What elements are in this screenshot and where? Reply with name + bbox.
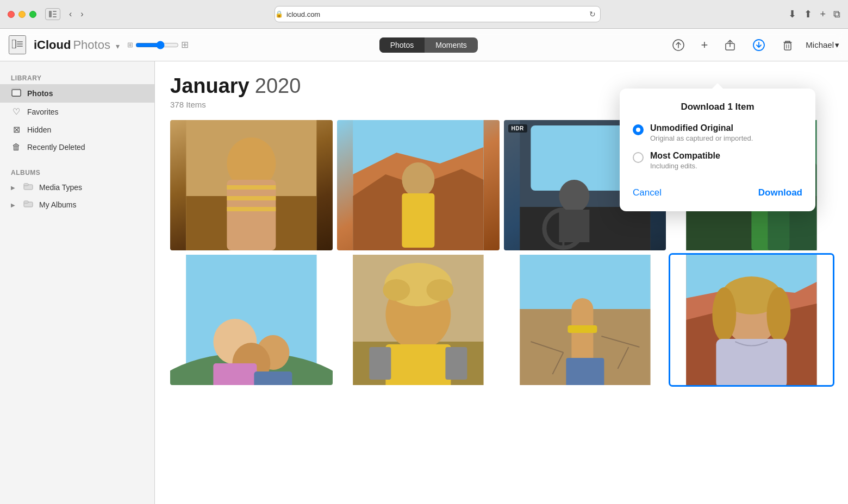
hidden-icon: ⊠: [11, 124, 22, 135]
favorites-label: Favorites: [27, 108, 59, 116]
sidebar-toggle-toolbar-button[interactable]: [9, 35, 26, 54]
photo-2-visual: [337, 120, 500, 250]
svg-rect-26: [227, 196, 276, 200]
svg-rect-65: [445, 347, 467, 380]
user-menu[interactable]: Michael ▾: [806, 40, 839, 50]
folder-icon-2: [23, 200, 33, 207]
download-confirm-button[interactable]: Download: [758, 187, 802, 198]
title-bar: ‹ › 🔒 icloud.com ↻ ⬇ ⬆ + ⧉: [0, 0, 848, 28]
option-compatible[interactable]: Most Compatible Including edits.: [633, 151, 802, 170]
svg-rect-20: [24, 201, 28, 203]
content-year: 2020: [255, 74, 301, 98]
svg-point-82: [713, 287, 737, 342]
browser-actions: ⬇ ⬆ + ⧉: [788, 8, 840, 20]
download-toolbar-button[interactable]: [748, 36, 770, 54]
app-toolbar: iCloudPhotos ▾ ⊞ ⊞ Photos Moments +: [0, 29, 848, 61]
tabs-button[interactable]: ⧉: [833, 9, 840, 20]
photo-6-visual: [337, 255, 500, 385]
hidden-label: Hidden: [27, 125, 51, 134]
photo-cell-2[interactable]: [337, 120, 500, 250]
sidebar-item-photos[interactable]: Photos: [0, 84, 154, 103]
close-button[interactable]: [8, 11, 15, 18]
maximize-button[interactable]: [29, 11, 36, 18]
photo-cell-5[interactable]: [170, 255, 333, 385]
sidebar-toggle-button[interactable]: [45, 8, 60, 20]
view-segment-control: Photos Moments: [379, 37, 478, 53]
radio-unmodified[interactable]: [633, 124, 644, 135]
upload-button[interactable]: [668, 37, 689, 53]
download-browser-button[interactable]: ⬇: [788, 8, 796, 20]
photo-cell-8[interactable]: [670, 255, 833, 385]
radio-compatible[interactable]: [633, 152, 644, 163]
svg-rect-25: [227, 185, 276, 190]
svg-rect-24: [227, 180, 276, 250]
nav-arrows: ‹ ›: [66, 8, 87, 20]
forward-button[interactable]: ›: [77, 8, 86, 20]
sidebar-item-favorites[interactable]: ♡ Favorites: [0, 103, 154, 121]
sidebar-item-my-albums[interactable]: ▶ My Albums: [0, 196, 154, 213]
media-types-label: Media Types: [39, 183, 82, 192]
reload-button[interactable]: ↻: [589, 10, 600, 18]
svg-rect-5: [17, 41, 23, 42]
minimize-button[interactable]: [18, 11, 26, 18]
back-button[interactable]: ‹: [66, 8, 75, 20]
address-bar[interactable]: 🔒 icloud.com ↻: [275, 6, 601, 22]
albums-section-label: Albums: [0, 165, 154, 179]
svg-rect-71: [566, 358, 604, 385]
svg-point-83: [767, 287, 791, 342]
svg-rect-16: [12, 90, 21, 96]
compatible-desc: Including edits.: [650, 162, 720, 170]
photo-cell-1[interactable]: [170, 120, 333, 250]
trash-icon: [782, 39, 794, 51]
photo-cell-6[interactable]: [337, 255, 500, 385]
zoom-slider[interactable]: [135, 41, 179, 49]
address-text: icloud.com: [286, 10, 320, 18]
sidebar-icon: [49, 11, 57, 17]
hdr-badge: HDR: [508, 124, 527, 133]
photo-cell-7[interactable]: [504, 255, 666, 385]
share-icon: [724, 39, 736, 51]
address-bar-container: 🔒 icloud.com ↻: [92, 6, 783, 22]
sidebar: Library Photos ♡ Favorites ⊠ Hidden 🗑 Re…: [0, 61, 155, 504]
compatible-label: Most Compatible: [650, 151, 720, 161]
photo-7-visual: [504, 255, 666, 385]
svg-rect-3: [53, 16, 57, 17]
app-brand-title: iCloudPhotos ▾: [34, 38, 120, 52]
add-button[interactable]: +: [696, 36, 712, 54]
folder-icon: [23, 182, 33, 190]
unmodified-desc: Original as captured or imported.: [650, 134, 753, 142]
cancel-button[interactable]: Cancel: [633, 187, 662, 198]
user-menu-arrow: ▾: [835, 40, 839, 50]
svg-rect-70: [568, 325, 597, 333]
photos-label: Photos: [27, 89, 53, 98]
sidebar-item-media-types[interactable]: ▶ Media Types: [0, 179, 154, 196]
svg-rect-4: [12, 40, 16, 48]
moments-tab[interactable]: Moments: [425, 37, 478, 53]
svg-rect-33: [402, 193, 434, 248]
svg-point-61: [383, 279, 410, 301]
my-albums-label: My Albums: [39, 200, 76, 209]
share-button[interactable]: [720, 37, 740, 53]
sidebar-item-hidden[interactable]: ⊠ Hidden: [0, 121, 154, 138]
share-browser-button[interactable]: ⬆: [804, 8, 812, 20]
unmodified-label: Unmodified Original: [650, 123, 753, 133]
delete-button[interactable]: [777, 37, 798, 53]
lock-icon: 🔒: [275, 10, 283, 18]
popover-actions: Cancel Download: [633, 181, 802, 198]
new-tab-button[interactable]: +: [820, 9, 826, 20]
svg-point-39: [559, 180, 589, 212]
content-month: January: [170, 74, 250, 98]
svg-rect-63: [385, 344, 451, 385]
svg-rect-27: [227, 207, 276, 211]
svg-rect-54: [254, 371, 292, 385]
segment-control-container: Photos Moments: [196, 37, 660, 53]
sidebar-toggle-icon: [12, 40, 23, 48]
option-unmodified[interactable]: Unmodified Original Original as captured…: [633, 123, 802, 142]
popover-title: Download 1 Item: [633, 102, 802, 112]
my-albums-folder-icon: [23, 200, 34, 210]
photos-tab[interactable]: Photos: [379, 37, 425, 53]
photos-icon: [11, 88, 22, 99]
option-unmodified-text: Unmodified Original Original as captured…: [650, 123, 753, 142]
option-compatible-text: Most Compatible Including edits.: [650, 151, 720, 170]
sidebar-item-recently-deleted[interactable]: 🗑 Recently Deleted: [0, 138, 154, 156]
